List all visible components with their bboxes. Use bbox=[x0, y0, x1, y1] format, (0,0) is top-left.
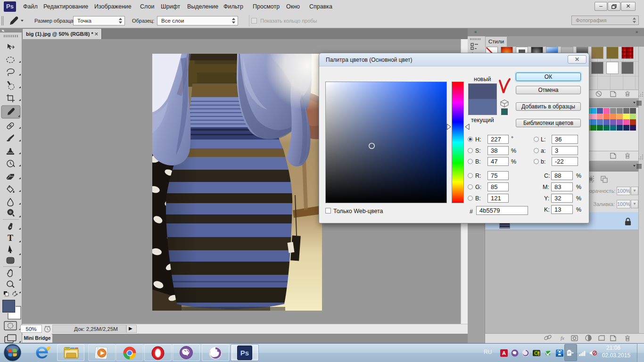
svg-text:T: T bbox=[8, 233, 13, 243]
svg-text:fx: fx bbox=[561, 335, 564, 341]
